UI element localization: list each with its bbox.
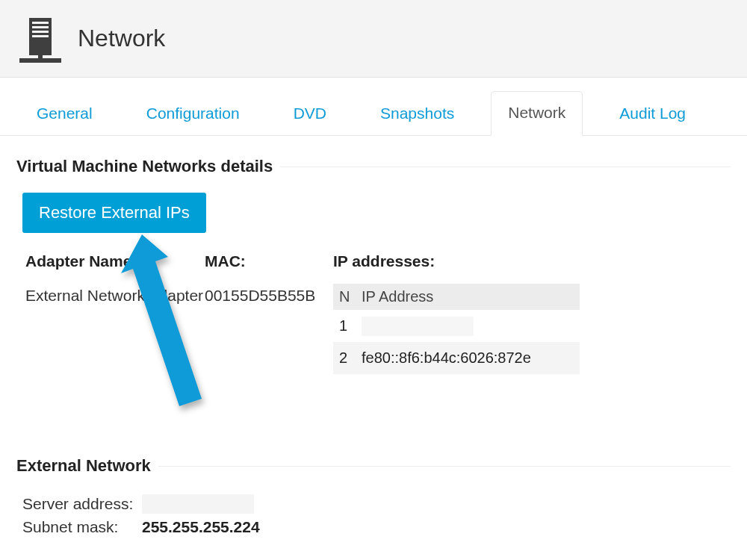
svg-rect-6 — [38, 54, 43, 60]
mac-label: MAC: — [205, 252, 333, 270]
section-heading-external-network: External Network — [16, 456, 731, 476]
ip-row-n: 2 — [333, 349, 359, 367]
col-mac: MAC: 00155D55B55B — [205, 252, 333, 374]
col-ip: IP addresses: N IP Address 1 2 fe80::8f6… — [333, 252, 580, 374]
redacted-value — [362, 317, 474, 336]
tab-network[interactable]: Network — [491, 91, 583, 136]
section-heading-vm-details: Virtual Machine Networks details — [16, 157, 731, 176]
server-address-label: Server address: — [22, 495, 142, 513]
svg-rect-3 — [32, 31, 49, 33]
subnet-mask-label: Subnet mask: — [22, 518, 142, 536]
svg-rect-4 — [32, 35, 49, 37]
tab-audit-log[interactable]: Audit Log — [602, 92, 703, 136]
tab-bar: General Configuration DVD Snapshots Netw… — [0, 78, 747, 136]
ip-row-addr — [359, 317, 580, 336]
ip-label: IP addresses: — [333, 252, 580, 270]
restore-external-ips-button[interactable]: Restore External IPs — [22, 193, 206, 233]
tab-configuration[interactable]: Configuration — [129, 92, 257, 136]
section-heading-text: External Network — [16, 456, 151, 476]
ip-table: N IP Address 1 2 fe80::8f6:b44c:6026:872… — [333, 284, 580, 374]
mac-value: 00155D55B55B — [205, 284, 333, 308]
adapter-name-value: External Network Adapter — [25, 284, 205, 308]
vm-details-grid: Adapter Name: External Network Adapter M… — [16, 252, 731, 374]
ip-head-n: N — [333, 288, 359, 305]
tab-dvd[interactable]: DVD — [276, 92, 344, 136]
tab-general[interactable]: General — [19, 92, 110, 136]
adapter-name-label: Adapter Name: — [25, 252, 205, 270]
ip-head-addr: IP Address — [359, 288, 580, 305]
content-area: Virtual Machine Networks details Restore… — [0, 136, 747, 538]
ip-row-n: 1 — [333, 317, 359, 335]
heading-rule — [280, 167, 731, 167]
svg-rect-1 — [32, 22, 49, 24]
table-row: 1 — [333, 310, 580, 342]
col-adapter: Adapter Name: External Network Adapter — [25, 252, 205, 374]
redacted-value — [142, 494, 254, 514]
server-icon — [19, 18, 61, 64]
table-row: 2 fe80::8f6:b44c:6026:872e — [333, 342, 580, 374]
tab-snapshots[interactable]: Snapshots — [363, 92, 471, 136]
ip-row-addr: fe80::8f6:b44c:6026:872e — [359, 349, 580, 367]
section-heading-text: Virtual Machine Networks details — [16, 157, 273, 176]
page-header: Network — [0, 0, 747, 78]
page-title: Network — [78, 25, 165, 52]
heading-rule — [158, 466, 731, 467]
server-address-row: Server address: — [16, 492, 731, 516]
ip-table-head: N IP Address — [333, 284, 580, 310]
external-network-section: External Network Server address: Subnet … — [16, 456, 731, 538]
subnet-mask-value: 255.255.255.224 — [142, 518, 260, 536]
svg-rect-2 — [32, 26, 49, 28]
subnet-mask-row: Subnet mask: 255.255.255.224 — [16, 516, 731, 538]
